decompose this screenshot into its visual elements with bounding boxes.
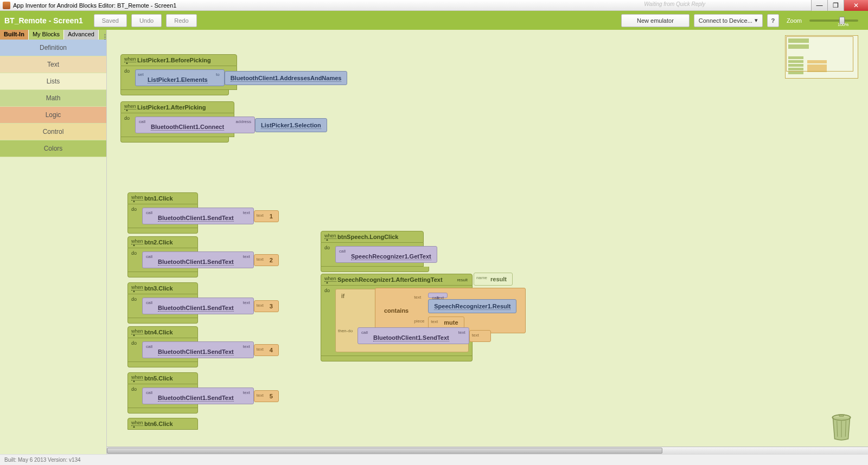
close-button[interactable]: ✕ [844, 0, 868, 11]
get-block[interactable]: ListPicker1.Selection [255, 118, 327, 132]
set-block[interactable]: set ListPicker1.Elements to [135, 69, 225, 86]
ghost-tab: Waiting from Quick Reply [644, 1, 705, 7]
cat-control[interactable]: Control [0, 124, 106, 140]
saved-button[interactable]: Saved [94, 14, 127, 27]
text-block[interactable]: text [469, 330, 491, 342]
call-block[interactable]: call text [428, 293, 448, 298]
call-block[interactable]: callBluetoothClient1.SendTexttext [142, 388, 254, 404]
var-name: result [490, 276, 507, 282]
cat-definition[interactable]: Definition [0, 40, 106, 56]
get-block[interactable]: BluetoothClient1.AddressesAndNames [225, 71, 348, 85]
when-block-btn2-click[interactable]: whenbtn2.ClickdocallBluetoothClient1.Sen… [127, 236, 198, 277]
zoom-percent: 100% [838, 22, 848, 27]
tab-advanced[interactable]: Advanced [64, 30, 99, 40]
zoom-label: Zoom [787, 17, 802, 24]
method-name: SpeechRecognizer1.GetText [351, 249, 431, 260]
new-emulator-button[interactable]: New emulator [621, 14, 690, 27]
text-value: 1 [270, 213, 273, 219]
if-block[interactable]: if test contains text call [335, 289, 469, 352]
text-block[interactable]: text1 [254, 210, 279, 222]
event-name: btn6.Click [144, 421, 173, 427]
method-name: BluetoothClient1.SendText [158, 300, 234, 312]
name-block[interactable]: name result [474, 273, 513, 286]
call-block[interactable]: call BluetoothClient1.Connect address [135, 117, 255, 133]
text-block[interactable]: text2 [254, 254, 279, 266]
svg-rect-5 [839, 415, 844, 416]
minimize-button[interactable]: — [811, 0, 827, 11]
when-block-afterpicking[interactable]: when ListPicker1.AfterPicking do call Bl… [120, 101, 234, 143]
method-name: BluetoothClient1.SendText [158, 254, 234, 266]
when-block-aftergettingtext[interactable]: when SpeechRecognizer1.AfterGettingText … [321, 274, 473, 361]
window-controls: — ❐ ✕ [811, 0, 868, 11]
connect-device-button[interactable]: Connect to Device... ▾ [694, 14, 763, 27]
text-value: 2 [270, 257, 273, 263]
footer-build-info: Built: May 6 2013 Version: v134 [0, 454, 868, 465]
method-name: BluetoothClient1.SendText [158, 344, 234, 356]
help-button[interactable]: ? [767, 14, 779, 27]
cat-logic[interactable]: Logic [0, 107, 106, 124]
sidebar-resize-handle[interactable] [103, 30, 106, 454]
event-name: btnSpeech.LongClick [337, 234, 398, 240]
text-block[interactable]: text3 [254, 300, 279, 312]
tab-myblocks[interactable]: My Blocks [29, 30, 64, 40]
text-block[interactable]: text5 [254, 390, 279, 402]
when-block-btn1-click[interactable]: whenbtn1.ClickdocallBluetoothClient1.Sen… [127, 192, 198, 234]
cat-text[interactable]: Text [0, 56, 106, 73]
scrollbar-thumb[interactable] [107, 448, 662, 454]
call-block[interactable]: callBluetoothClient1.SendTexttext [142, 208, 254, 224]
text-block[interactable]: text4 [254, 344, 279, 356]
event-name: ListPicker1.BeforePicking [137, 57, 211, 63]
when-block-btnspeech-longclick[interactable]: when btnSpeech.LongClick do call SpeechR… [321, 231, 429, 272]
window-titlebar: App Inventor for Android Blocks Editor: … [0, 0, 868, 11]
text-value: 3 [270, 303, 273, 309]
sidebar: Built-In My Blocks Advanced Definition T… [0, 30, 107, 454]
redo-button[interactable]: Redo [166, 14, 196, 27]
text-value: 5 [270, 393, 273, 399]
when-block-beforepicking[interactable]: when ListPicker1.BeforePicking do set Li… [120, 54, 237, 95]
text-value: 4 [270, 347, 273, 353]
when-block-btn4-click[interactable]: whenbtn4.ClickdocallBluetoothClient1.Sen… [127, 326, 198, 367]
method-name: BluetoothClient1.SendText [158, 210, 234, 222]
method-name: BluetoothClient1.SendText [158, 390, 234, 402]
call-block[interactable]: callBluetoothClient1.SendTexttext [142, 341, 254, 358]
java-icon [3, 2, 10, 9]
blocks-canvas[interactable]: when ListPicker1.BeforePicking do set Li… [107, 30, 868, 454]
project-title: BT_Remote - Screen1 [4, 16, 83, 25]
call-block[interactable]: callBluetoothClient1.SendTexttext [142, 298, 254, 314]
cat-lists[interactable]: Lists [0, 73, 106, 90]
sidebar-tabs: Built-In My Blocks Advanced [0, 30, 106, 40]
event-name: btn3.Click [144, 285, 173, 292]
minimap[interactable] [785, 35, 858, 79]
event-name: btn2.Click [144, 239, 173, 246]
trash-icon[interactable] [830, 413, 853, 441]
toolbar: BT_Remote - Screen1 Saved Undo Redo New … [0, 11, 868, 30]
event-name: btn1.Click [144, 195, 173, 202]
horizontal-scrollbar[interactable] [107, 447, 868, 454]
call-block[interactable]: call BluetoothClient1.SendText text [358, 327, 469, 344]
get-block[interactable]: SpeechRecognizer1.Result [428, 299, 516, 313]
when-block-btn6-click[interactable]: whenbtn6.Click [127, 418, 198, 430]
cat-math[interactable]: Math [0, 90, 106, 107]
tab-builtin[interactable]: Built-In [0, 30, 29, 40]
chevron-down-icon: ▾ [755, 17, 758, 24]
maximize-button[interactable]: ❐ [827, 0, 844, 11]
method-name: BluetoothClient1.Connect [151, 119, 224, 131]
when-block-btn3-click[interactable]: whenbtn3.ClickdocallBluetoothClient1.Sen… [127, 282, 198, 324]
minimap-viewport[interactable] [786, 36, 853, 72]
event-name: SpeechRecognizer1.AfterGettingText [337, 276, 443, 283]
event-name: btn5.Click [144, 375, 173, 382]
do-keyword: do [124, 68, 130, 74]
when-keyword: when [124, 56, 136, 62]
cat-colors[interactable]: Colors [0, 140, 106, 157]
event-name: btn4.Click [144, 329, 173, 335]
property-name: ListPicker1.Selection [261, 122, 321, 129]
zoom-slider[interactable]: 100% [809, 20, 858, 22]
call-block[interactable]: call SpeechRecognizer1.GetText [335, 246, 437, 263]
property-name: BluetoothClient1.AddressesAndNames [231, 75, 342, 82]
property-name: ListPicker1.Elements [148, 72, 208, 83]
undo-button[interactable]: Undo [131, 14, 162, 27]
call-block[interactable]: callBluetoothClient1.SendTexttext [142, 251, 254, 268]
when-block-btn5-click[interactable]: whenbtn5.ClickdocallBluetoothClient1.Sen… [127, 372, 198, 414]
window-title: App Inventor for Android Blocks Editor: … [13, 2, 176, 9]
event-name: ListPicker1.AfterPicking [137, 104, 206, 111]
